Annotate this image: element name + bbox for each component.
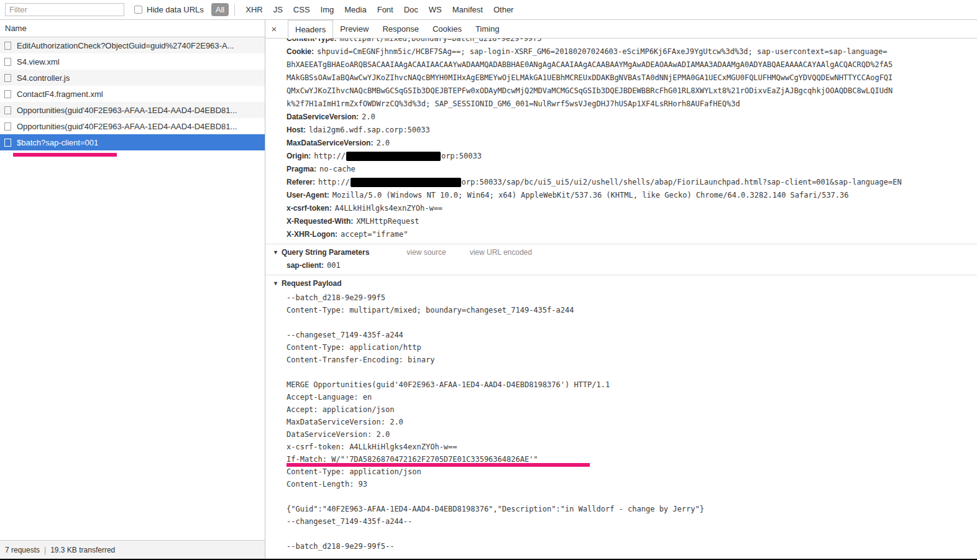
payload-line: --changeset_7149-435f-a244	[287, 329, 977, 341]
header-value: BhXAEEATgBHAEoARQBSACAAIAAgACAAIAACAAYwA…	[287, 60, 892, 69]
chevron-down-icon[interactable]: ▼	[273, 277, 278, 290]
name-column-header[interactable]: Name	[0, 20, 265, 37]
filter-type-css[interactable]: CSS	[293, 5, 310, 14]
header-value: QMxCwYJKoZIhvcNAQcBMBwGCSqGSIb3DQEJBTEPF…	[287, 86, 892, 95]
section-divider	[265, 275, 977, 275]
payload-line-if-match-annotated: If-Match: W/"'7DA5826870472162F2705D7E01…	[287, 453, 977, 466]
header-row: Pragma:no-cache	[265, 163, 977, 176]
request-payload-section-header: ▼Request Payload	[265, 277, 977, 290]
detail-tab-bar: × HeadersPreviewResponseCookiesTiming	[265, 20, 977, 39]
request-row[interactable]: S4.view.xml	[0, 53, 265, 70]
network-summary-bar: 7 requests | 19.3 KB transferred	[0, 540, 265, 559]
header-row: X-Requested-With:XMLHttpRequest	[265, 215, 977, 228]
payload-line: Content-Type: application/http	[287, 341, 977, 354]
file-icon	[4, 42, 11, 50]
header-row: Cookie:shpuvid=CmEGNFjhnm5ic/HCBF7SAg==;…	[265, 45, 977, 58]
network-filter-toolbar: Hide data URLs AllXHRJSCSSImgMediaFontDo…	[0, 0, 977, 20]
tab-headers[interactable]: Headers	[288, 20, 333, 39]
request-name: Opportunities(guid'40F2E963-AFAA-1ED4-AA…	[17, 106, 237, 115]
query-string-param: sap-client:001	[265, 259, 977, 272]
request-row[interactable]: Opportunities(guid'40F2E963-AFAA-1ED4-AA…	[0, 118, 265, 134]
payload-line: Content-Type: application/json	[287, 466, 977, 478]
request-row[interactable]: $batch?sap-client=001	[0, 134, 265, 150]
request-row[interactable]: ContactF4.fragment.xml	[0, 86, 265, 102]
header-value: http://	[314, 152, 346, 160]
filter-type-all[interactable]: All	[211, 3, 229, 16]
filter-type-manifest[interactable]: Manifest	[452, 5, 483, 14]
param-name: sap-client:	[287, 261, 324, 270]
header-value: orp:50033/sap/bc/ui5_ui5/ui2/ushell/shel…	[462, 178, 902, 186]
header-row: MAkGBSsOAwIaBQAwCwYJKoZIhvcNAQcBMYH0MIHx…	[265, 71, 977, 85]
header-value: Mozilla/5.0 (Windows NT 10.0; Win64; x64…	[333, 191, 849, 200]
request-name: S4.view.xml	[17, 57, 60, 67]
payload-line	[287, 528, 977, 540]
filter-type-other[interactable]: Other	[493, 5, 514, 14]
header-name: Pragma:	[287, 165, 316, 173]
query-string-section-header: ▼Query String Parametersview sourceview …	[265, 246, 977, 259]
request-row[interactable]: Opportunities(guid'40F2E963-AFAA-1ED4-AA…	[0, 102, 265, 118]
payload-line: Accept: application/json	[287, 403, 977, 416]
param-value: 001	[327, 261, 341, 270]
redaction-box	[351, 178, 461, 187]
transferred-size: 19.3 KB transferred	[50, 546, 115, 554]
tab-preview[interactable]: Preview	[333, 20, 375, 38]
tab-timing[interactable]: Timing	[469, 20, 507, 38]
filter-type-xhr[interactable]: XHR	[245, 5, 262, 14]
redaction-box	[346, 152, 441, 161]
view-url-encoded-link[interactable]: view URL encoded	[470, 248, 532, 257]
header-row: X-XHR-Logon:accept="iframe"	[265, 228, 977, 241]
file-icon	[4, 106, 11, 114]
filter-type-font[interactable]: Font	[377, 5, 393, 14]
header-name: User-Agent:	[287, 191, 329, 200]
payload-line	[287, 316, 977, 329]
request-row[interactable]: S4.controller.js	[0, 70, 265, 86]
filter-type-img[interactable]: Img	[321, 5, 334, 14]
filter-type-doc[interactable]: Doc	[404, 5, 418, 14]
payload-line: Content-Length: 93	[287, 478, 977, 490]
request-row[interactable]: EditAuthorizationCheck?ObjectGuid=guid%2…	[0, 37, 265, 53]
chevron-down-icon[interactable]: ▼	[273, 246, 278, 259]
payload-line: {"Guid":"40F2E963-AFAA-1ED4-AAD4-D4EBD81…	[287, 503, 977, 515]
request-payload-title: Request Payload	[282, 279, 342, 288]
payload-line: MERGE Opportunities(guid'40F2E963-AFAA-1…	[287, 379, 977, 391]
payload-line: x-csrf-token: A4LLkHiHlgks4exnZYOh-w==	[287, 441, 977, 453]
request-name: S4.controller.js	[17, 73, 70, 83]
payload-line: --changeset_7149-435f-a244--	[287, 515, 977, 528]
header-row: x-csrf-token:A4LLkHiHlgks4exnZYOh-w==	[265, 202, 977, 215]
header-name: X-Requested-With:	[287, 217, 353, 226]
devtools-network-panel: Hide data URLs AllXHRJSCSSImgMediaFontDo…	[0, 0, 977, 560]
header-row: k%2f7H1aImH1rmZxfOWDWrzCQ%3d%3d; SAP_SES…	[265, 98, 977, 111]
request-rows: EditAuthorizationCheck?ObjectGuid=guid%2…	[0, 37, 265, 540]
tab-cookies[interactable]: Cookies	[426, 20, 469, 38]
header-value: http://	[318, 178, 350, 186]
hide-data-urls-checkbox[interactable]	[134, 6, 142, 14]
query-string-title: Query String Parameters	[282, 248, 369, 257]
request-headers-section: Content-Type:multipart/mixed;boundary=ba…	[265, 39, 977, 241]
header-value: shpuvid=CmEGNFjhnm5ic/HCBF7SAg==; sap-lo…	[317, 47, 888, 56]
view-source-link[interactable]: view source	[406, 248, 446, 257]
payload-line: --batch_d218-9e29-99f5	[287, 291, 977, 304]
filter-type-bar: AllXHRJSCSSImgMediaFontDocWSManifestOthe…	[211, 3, 514, 16]
request-name: Opportunities(guid'40F2E963-AFAA-1ED4-AA…	[17, 122, 237, 131]
header-row: Origin:http://orp:50033	[265, 150, 977, 163]
payload-line: --batch_d218-9e29-99f5--	[287, 540, 977, 553]
payload-line: Accept-Language: en	[287, 391, 977, 403]
header-name: Origin:	[287, 152, 311, 160]
header-row: Referer:http://orp:50033/sap/bc/ui5_ui5/…	[265, 176, 977, 189]
header-value: 2.0	[362, 112, 375, 121]
close-icon[interactable]: ×	[265, 20, 283, 38]
request-name: $batch?sap-client=001	[17, 138, 98, 147]
tab-response[interactable]: Response	[375, 20, 426, 38]
file-icon	[4, 139, 11, 147]
header-value: XMLHttpRequest	[356, 217, 419, 226]
header-row: User-Agent:Mozilla/5.0 (Windows NT 10.0;…	[265, 189, 977, 202]
summary-divider: |	[44, 546, 46, 554]
filter-type-media[interactable]: Media	[344, 5, 366, 14]
section-divider	[265, 244, 977, 244]
header-row: Content-Type:multipart/mixed;boundary=ba…	[265, 39, 977, 45]
filter-type-js[interactable]: JS	[273, 5, 283, 14]
payload-line: DataServiceVersion: 2.0	[287, 428, 977, 441]
filter-type-ws[interactable]: WS	[429, 5, 442, 14]
requests-count: 7 requests	[5, 546, 40, 554]
filter-input[interactable]	[5, 3, 124, 16]
